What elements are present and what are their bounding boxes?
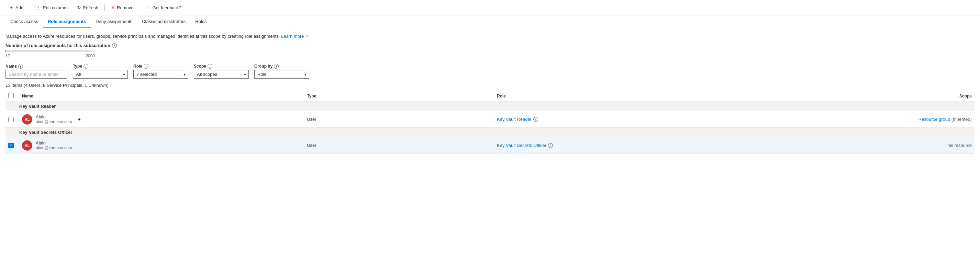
filter-type-group: Type i All User Group Service Principal … bbox=[73, 64, 128, 79]
row-1-avatar: AL bbox=[22, 114, 32, 125]
tab-classic-administrators[interactable]: Classic administrators bbox=[137, 16, 190, 28]
quota-label: Number of role assignments for this subs… bbox=[5, 43, 975, 48]
filter-role-group: Role i 7 selected All bbox=[133, 64, 188, 79]
row-2-name-cell: AL Alain alain@contoso.com bbox=[22, 141, 307, 151]
filter-type-label: Type i bbox=[73, 64, 128, 69]
group-header-key-vault-secrets-officer: Key Vault Secrets Officer bbox=[5, 128, 975, 137]
header-role: Role bbox=[497, 94, 782, 98]
groupby-filter-info-icon[interactable]: i bbox=[274, 64, 279, 69]
add-label: Add bbox=[16, 5, 23, 10]
tab-check-access[interactable]: Check access bbox=[5, 16, 43, 28]
remove-button[interactable]: ✕ Remove bbox=[108, 3, 137, 12]
quota-info-icon[interactable]: i bbox=[112, 43, 117, 48]
quota-range: 17 2000 bbox=[5, 54, 95, 58]
remove-icon: ✕ bbox=[111, 5, 115, 10]
group-header-key-vault-reader: Key Vault Reader bbox=[5, 101, 975, 111]
row-1-checkbox-cell bbox=[8, 117, 22, 122]
table-row: AL Alain alain@contoso.com User Key Vaul… bbox=[5, 111, 975, 128]
row-2-scope: This resource bbox=[782, 143, 972, 148]
refresh-button[interactable]: ↻ Refresh bbox=[73, 3, 102, 12]
row-1-name: Alain bbox=[36, 114, 72, 119]
row-1-checkbox[interactable] bbox=[8, 117, 14, 122]
row-2-type: User bbox=[307, 143, 497, 148]
quota-section: Number of role assignments for this subs… bbox=[5, 43, 975, 58]
main-content: Manage access to Azure resources for use… bbox=[0, 28, 980, 159]
filter-name-label: Name i bbox=[5, 64, 67, 69]
row-2-name: Alain bbox=[36, 141, 72, 145]
table-row: AL Alain alain@contoso.com User Key Vaul… bbox=[5, 137, 975, 154]
row-2-checkbox-cell bbox=[8, 143, 22, 148]
quota-current: 17 bbox=[5, 54, 10, 58]
row-1-scope-link[interactable]: Resource group bbox=[918, 117, 951, 122]
add-button[interactable]: ＋ Add bbox=[5, 3, 27, 13]
tab-roles[interactable]: Roles bbox=[190, 16, 211, 28]
row-1-scope: Resource group (Inherited) bbox=[782, 117, 972, 122]
row-1-name-info: Alain alain@contoso.com bbox=[36, 114, 72, 124]
role-filter-wrapper: 7 selected All bbox=[133, 70, 188, 79]
edit-columns-button[interactable]: ⋮⋮ Edit columns bbox=[28, 3, 72, 12]
row-1-name-cell: AL Alain alain@contoso.com bbox=[22, 114, 307, 125]
scope-filter-select[interactable]: All scopes This resource Inherited bbox=[194, 70, 249, 79]
header-scope: Scope bbox=[782, 94, 972, 98]
groupby-filter-select[interactable]: Role Type Scope bbox=[254, 70, 309, 79]
feedback-button[interactable]: ♡ Got feedback? bbox=[143, 3, 185, 12]
tabs-bar: Check access Role assignments Deny assig… bbox=[0, 16, 980, 28]
row-2-role-link[interactable]: Key Vault Secrets Officer bbox=[497, 143, 546, 148]
row-2-avatar: AL bbox=[22, 141, 32, 151]
header-checkbox-cell bbox=[8, 93, 22, 99]
remove-label: Remove bbox=[117, 5, 133, 10]
edit-columns-label: Edit columns bbox=[43, 5, 68, 10]
filter-name-group: Name i bbox=[5, 64, 67, 79]
groupby-filter-wrapper: Role Type Scope bbox=[254, 70, 309, 79]
feedback-icon: ♡ bbox=[146, 5, 151, 10]
columns-icon: ⋮⋮ bbox=[32, 5, 41, 10]
scope-filter-info-icon[interactable]: i bbox=[208, 64, 212, 69]
filter-role-label: Role i bbox=[133, 64, 188, 69]
refresh-icon: ↻ bbox=[77, 5, 81, 10]
header-type: Type bbox=[307, 94, 497, 98]
role-filter-select[interactable]: 7 selected All bbox=[133, 70, 188, 79]
quota-progress-bar bbox=[5, 50, 95, 52]
filter-groupby-label: Group by i bbox=[254, 64, 309, 69]
row-1-scope-extra: (Inherited) bbox=[951, 117, 972, 122]
select-all-checkbox[interactable] bbox=[8, 93, 14, 98]
filter-scope-group: Scope i All scopes This resource Inherit… bbox=[194, 64, 249, 79]
row-1-role-info-icon[interactable]: i bbox=[533, 117, 538, 122]
row-2-email: alain@contoso.com bbox=[36, 145, 72, 150]
type-filter-wrapper: All User Group Service Principal Managed… bbox=[73, 70, 128, 79]
refresh-label: Refresh bbox=[83, 5, 99, 10]
row-1-role-link[interactable]: Key Vault Reader bbox=[497, 117, 531, 122]
quota-max: 2000 bbox=[86, 54, 95, 58]
role-filter-info-icon[interactable]: i bbox=[144, 64, 148, 69]
tab-role-assignments[interactable]: Role assignments bbox=[43, 16, 91, 28]
filter-scope-label: Scope i bbox=[194, 64, 249, 69]
row-2-checkbox[interactable] bbox=[8, 143, 14, 148]
items-count: 13 items (4 Users, 8 Service Principals,… bbox=[5, 83, 975, 88]
scope-filter-wrapper: All scopes This resource Inherited bbox=[194, 70, 249, 79]
row-1-type: User bbox=[307, 117, 497, 122]
filters-section: Name i Type i All User Group Service Pri… bbox=[5, 64, 975, 79]
toolbar: ＋ Add ⋮⋮ Edit columns ↻ Refresh ✕ Remove… bbox=[0, 0, 980, 16]
learn-more-link[interactable]: Learn more ↗ bbox=[281, 34, 309, 39]
name-filter-input[interactable] bbox=[5, 70, 67, 79]
row-1-dot bbox=[78, 119, 80, 120]
table-header: Name Type Role Scope bbox=[5, 91, 975, 101]
divider-2 bbox=[140, 4, 140, 11]
row-2-scope-extra: This resource bbox=[945, 143, 972, 148]
feedback-label: Got feedback? bbox=[153, 5, 182, 10]
filter-groupby-group: Group by i Role Type Scope bbox=[254, 64, 309, 79]
add-icon: ＋ bbox=[9, 5, 14, 11]
row-2-role: Key Vault Secrets Officer i bbox=[497, 143, 782, 148]
type-filter-select[interactable]: All User Group Service Principal Managed… bbox=[73, 70, 128, 79]
row-2-name-info: Alain alain@contoso.com bbox=[36, 141, 72, 150]
tab-deny-assignments[interactable]: Deny assignments bbox=[91, 16, 137, 28]
header-name: Name bbox=[22, 94, 307, 98]
row-1-role: Key Vault Reader i bbox=[497, 117, 782, 122]
row-1-email: alain@contoso.com bbox=[36, 119, 72, 124]
type-filter-info-icon[interactable]: i bbox=[83, 64, 88, 69]
description-text: Manage access to Azure resources for use… bbox=[5, 34, 975, 39]
row-2-role-info-icon[interactable]: i bbox=[548, 143, 553, 148]
name-filter-info-icon[interactable]: i bbox=[18, 64, 23, 69]
quota-progress-fill bbox=[5, 50, 6, 52]
